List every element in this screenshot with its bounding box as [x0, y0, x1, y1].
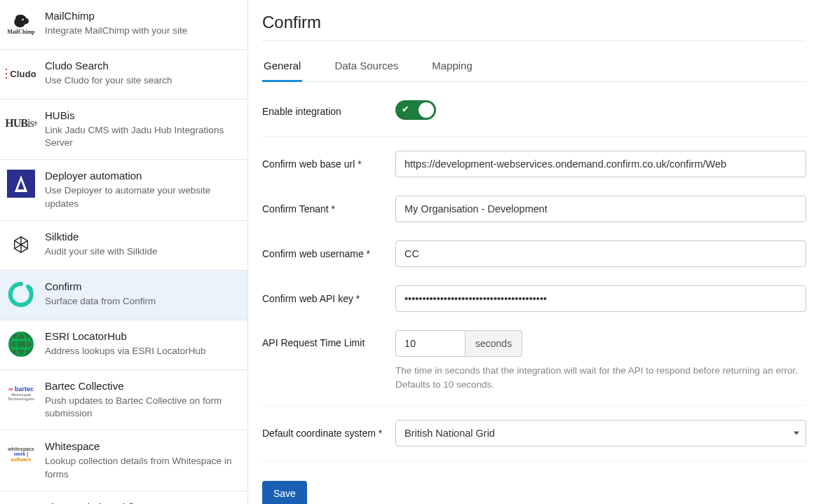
time-limit-label: API Request Time Limit	[262, 330, 395, 348]
coord-select[interactable]: British National Grid	[395, 420, 806, 447]
sidebar-item-silktide[interactable]: Silktide Audit your site with Silktide	[0, 221, 247, 271]
sidebar-item-cludo[interactable]: Cludo Cludo Search Use Cludo for your si…	[0, 50, 247, 100]
sidebar-item-mailchimp[interactable]: MailChimp MailChimp Integrate MailChimp …	[0, 0, 247, 50]
sidebar-item-esri[interactable]: ESRI LocatorHub Address lookups via ESRI…	[0, 320, 247, 370]
tab-mapping[interactable]: Mapping	[430, 53, 474, 82]
sidebar-item-label: Cludo Search	[45, 60, 238, 71]
check-icon: ✔	[402, 104, 409, 114]
hubis-icon: HUBis®	[6, 108, 36, 139]
username-label: Confirm web username	[262, 248, 395, 259]
first-capital-icon: FirstCapital ))	[6, 500, 36, 504]
sidebar-item-desc: Use Deployer to automate your website up…	[45, 184, 238, 210]
sidebar-item-whitespace[interactable]: whitespacework | software Whitespace Loo…	[0, 430, 247, 491]
sidebar-item-label: Deployer automation	[45, 170, 238, 182]
api-key-label: Confirm web API key	[262, 293, 395, 304]
sidebar-item-desc: Surface data from Confirm	[45, 295, 238, 308]
toggle-knob	[419, 102, 434, 118]
api-key-input[interactable]	[395, 285, 806, 312]
time-limit-input[interactable]	[395, 330, 465, 357]
deployer-icon	[6, 168, 36, 199]
sidebar-item-hubis[interactable]: HUBis® HUBis Link Jadu CMS with Jadu Hub…	[0, 100, 247, 160]
sidebar-item-label: First Capital Cashflow	[45, 501, 238, 504]
sidebar-item-desc: Audit your site with Silktide	[45, 245, 238, 258]
sidebar-item-desc: Integrate MailChimp with your site	[45, 25, 238, 37]
sidebar-item-label: Whitespace	[45, 440, 238, 452]
row-api-key: Confirm web API key	[262, 271, 806, 316]
enable-integration-toggle[interactable]: ✔	[395, 100, 436, 120]
save-button[interactable]: Save	[262, 481, 307, 504]
sidebar-item-desc: Link Jadu CMS with Jadu Hub Integrations…	[45, 124, 238, 149]
row-username: Confirm web username	[262, 226, 806, 271]
silktide-icon	[6, 229, 36, 260]
settings-form: Enable integration ✔ Confirm web base ur…	[262, 86, 806, 504]
sidebar-item-bartec[interactable]: ∞ bartecMunicipalTechnologies Bartec Col…	[0, 370, 247, 430]
divider	[262, 41, 806, 41]
sidebar-item-label: HUBis	[45, 109, 238, 121]
sidebar-item-confirm[interactable]: Confirm Surface data from Confirm	[0, 271, 247, 320]
row-tenant: Confirm Tenant	[262, 182, 806, 226]
whitespace-icon: whitespacework | software	[6, 439, 36, 470]
svg-point-2	[9, 332, 33, 356]
sidebar-item-label: Bartec Collective	[45, 380, 238, 392]
sidebar-item-label: ESRI LocatorHub	[45, 330, 238, 342]
sidebar-item-desc: Lookup collection details from Whitespac…	[45, 455, 238, 480]
sidebar-item-label: Confirm	[45, 280, 238, 292]
esri-icon	[6, 329, 36, 360]
sidebar-item-label: MailChimp	[45, 10, 238, 22]
sidebar-item-first-capital[interactable]: FirstCapital )) First Capital Cashflow U…	[0, 491, 247, 504]
base-url-label: Confirm web base url	[262, 158, 395, 170]
enable-integration-label: Enable integration	[262, 106, 395, 117]
sidebar-item-desc: Address lookups via ESRI LocatorHub	[45, 345, 238, 357]
username-input[interactable]	[395, 240, 806, 267]
svg-point-1	[28, 286, 33, 291]
confirm-icon	[6, 279, 36, 310]
bartec-icon: ∞ bartecMunicipalTechnologies	[6, 379, 36, 409]
sidebar-item-desc: Use Cludo for your site search	[45, 74, 238, 87]
svg-point-0	[22, 18, 24, 20]
main-panel: Confirm General Data Sources Mapping Ena…	[248, 0, 816, 504]
row-enable-integration: Enable integration ✔	[262, 86, 806, 137]
tab-general[interactable]: General	[262, 53, 302, 82]
tab-data-sources[interactable]: Data Sources	[333, 53, 400, 82]
coord-label: Default coordinate system	[262, 428, 395, 439]
row-coordinate-system: Default coordinate system British Nation…	[262, 406, 806, 461]
base-url-input[interactable]	[395, 151, 806, 177]
mailchimp-icon: MailChimp	[6, 8, 36, 39]
sidebar-item-desc: Push updates to Bartec Collective on for…	[45, 395, 238, 420]
tenant-input[interactable]	[395, 196, 806, 222]
row-base-url: Confirm web base url	[262, 137, 806, 182]
tab-bar: General Data Sources Mapping	[262, 53, 806, 82]
row-time-limit: API Request Time Limit seconds The time …	[262, 316, 806, 406]
time-limit-unit: seconds	[465, 330, 522, 357]
page-title: Confirm	[262, 13, 806, 32]
time-limit-help: The time in seconds that the integration…	[395, 364, 806, 391]
cludo-icon: Cludo	[6, 58, 36, 89]
integrations-sidebar: MailChimp MailChimp Integrate MailChimp …	[0, 0, 248, 504]
sidebar-item-deployer[interactable]: Deployer automation Use Deployer to auto…	[0, 160, 247, 220]
sidebar-item-label: Silktide	[45, 231, 238, 243]
tenant-label: Confirm Tenant	[262, 203, 395, 214]
